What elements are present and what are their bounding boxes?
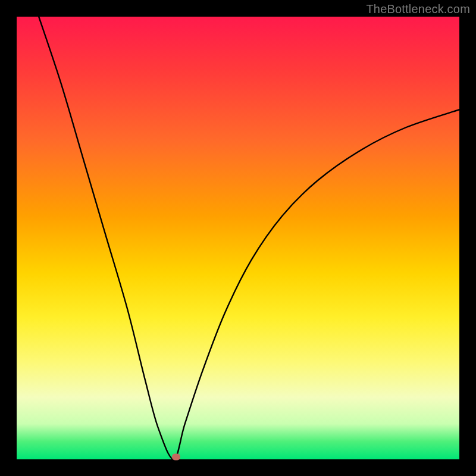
plot-area (17, 17, 459, 459)
watermark-text: TheBottleneck.com (366, 2, 470, 16)
optimum-marker (172, 454, 180, 461)
chart-frame: TheBottleneck.com (0, 0, 476, 476)
bottleneck-curve (17, 17, 459, 459)
